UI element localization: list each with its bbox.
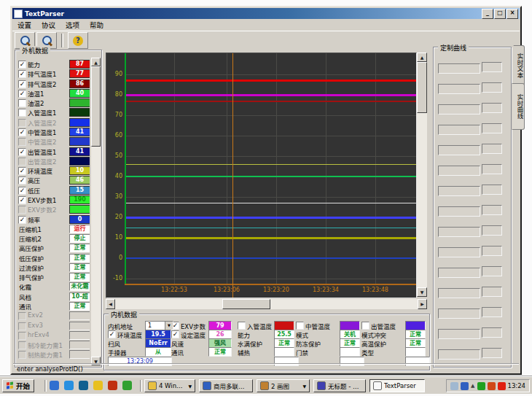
checked-checkbox[interactable]: ✓ — [18, 176, 26, 185]
media-player-icon[interactable] — [79, 381, 88, 390]
notes-icon[interactable] — [93, 381, 103, 390]
security-icon[interactable] — [108, 381, 117, 390]
custom-curve-name-input[interactable] — [438, 145, 480, 155]
custom-curve-name-input[interactable] — [438, 247, 480, 257]
checked-checkbox[interactable]: ✓ — [18, 148, 26, 156]
messenger-dove-icon[interactable] — [450, 382, 458, 390]
unchecked-checkbox[interactable] — [361, 322, 369, 330]
custom-curve-value-input[interactable] — [482, 62, 502, 72]
menu-item-0[interactable]: 设置 — [12, 20, 36, 30]
unchecked-checkbox[interactable] — [18, 322, 26, 330]
close-button[interactable]: × — [506, 9, 518, 19]
maximize-button[interactable]: □ — [494, 9, 506, 19]
scrollbar-thumb[interactable] — [222, 299, 270, 309]
custom-curve-value-input[interactable] — [482, 185, 502, 195]
checked-checkbox[interactable]: ✓ — [108, 330, 116, 338]
custom-curve-value-input[interactable] — [482, 287, 502, 297]
custom-curve-name-input[interactable] — [438, 125, 480, 135]
alert-icon[interactable] — [498, 382, 506, 390]
custom-curve-name-input[interactable] — [438, 63, 480, 74]
dropdown-arrow-icon[interactable]: ▼ — [165, 322, 173, 330]
custom-curve-value-input[interactable] — [482, 225, 502, 236]
unchecked-checkbox[interactable] — [18, 99, 26, 107]
custom-curve-name-input[interactable] — [438, 206, 480, 217]
antivirus-icon[interactable] — [477, 382, 485, 390]
unchecked-checkbox[interactable] — [18, 119, 26, 127]
help-button[interactable]: ? — [68, 32, 88, 49]
scroll-right-button[interactable]: ▶ — [418, 299, 427, 309]
custom-curve-name-input[interactable] — [438, 268, 480, 278]
scroll-up-button[interactable]: ▲ — [91, 58, 101, 66]
outlook-icon[interactable] — [64, 381, 74, 390]
custom-curve-name-input[interactable] — [438, 288, 480, 298]
unchecked-checkbox[interactable] — [18, 332, 26, 340]
checked-checkbox[interactable]: ✓ — [18, 61, 26, 69]
checked-checkbox[interactable]: ✓ — [18, 187, 26, 195]
custom-curve-name-input[interactable] — [438, 329, 480, 339]
custom-curve-value-input[interactable] — [482, 103, 502, 113]
custom-curve-value-input[interactable] — [482, 123, 502, 133]
minimize-button[interactable]: _ — [482, 9, 493, 19]
checked-checkbox[interactable]: ✓ — [18, 80, 26, 88]
scroll-down-button[interactable]: ▼ — [417, 287, 427, 297]
custom-curve-value-input[interactable] — [482, 246, 502, 256]
side-tab-0[interactable]: 实时文本 — [513, 45, 525, 86]
custom-curve-name-input[interactable] — [438, 308, 480, 319]
chart-vertical-scrollbar[interactable]: ▲ ▼ — [417, 53, 427, 297]
custom-curve-value-input[interactable] — [482, 327, 502, 338]
unchecked-checkbox[interactable] — [18, 158, 26, 166]
dropdown-arrow-icon[interactable]: ▼ — [188, 384, 192, 389]
custom-curve-name-input[interactable] — [438, 227, 480, 237]
taskbar-button-3[interactable]: 无标题 - C... — [313, 379, 366, 392]
custom-curve-value-input[interactable] — [482, 266, 502, 276]
menu-item-2[interactable]: 选项 — [60, 20, 85, 30]
custom-curve-name-input[interactable] — [438, 349, 480, 360]
checked-checkbox[interactable]: ✓ — [18, 196, 26, 204]
custom-curve-name-input[interactable] — [438, 166, 480, 176]
scroll-up-button[interactable]: ▲ — [417, 53, 427, 62]
taskbar-button-2[interactable]: 2 画图▼ — [257, 379, 310, 392]
unchecked-checkbox[interactable] — [18, 109, 26, 117]
custom-curve-value-input[interactable] — [482, 164, 502, 174]
custom-curve-name-input[interactable] — [438, 104, 480, 114]
unchecked-checkbox[interactable] — [18, 341, 26, 349]
custom-curve-value-input[interactable] — [482, 307, 502, 317]
titlebar[interactable]: TextParser _□× — [12, 8, 520, 19]
unchecked-checkbox[interactable] — [18, 138, 26, 146]
custom-curve-name-input[interactable] — [438, 186, 480, 196]
unchecked-checkbox[interactable] — [238, 322, 246, 330]
network-status-icon[interactable] — [461, 382, 469, 390]
menu-item-1[interactable]: 协议 — [36, 20, 60, 30]
unchecked-checkbox[interactable] — [18, 206, 26, 214]
checked-checkbox[interactable]: ✓ — [18, 70, 26, 78]
taskbar-button-0[interactable]: 4 Windows...▼ — [144, 379, 195, 392]
custom-curve-name-input[interactable] — [438, 84, 480, 94]
show-hidden-icons-arrow[interactable]: ▲ — [471, 383, 474, 389]
unchecked-checkbox[interactable] — [296, 322, 304, 330]
checked-checkbox[interactable]: ✓ — [18, 216, 26, 224]
menu-item-3[interactable]: 帮助 — [85, 20, 109, 30]
taskbar-button-4[interactable]: TextParser — [369, 379, 425, 392]
chart-horizontal-scrollbar[interactable]: ◀ ▶ — [106, 299, 427, 309]
messenger-icon[interactable] — [122, 381, 132, 390]
scrollbar-thumb[interactable] — [91, 66, 101, 147]
custom-curve-value-input[interactable] — [482, 144, 502, 154]
custom-curve-value-input[interactable] — [482, 82, 502, 93]
unchecked-checkbox[interactable] — [18, 351, 26, 359]
checked-checkbox[interactable]: ✓ — [18, 167, 26, 175]
outdoor-list-scrollbar[interactable]: ▲ ▼ — [91, 58, 101, 365]
scrollbar-thumb[interactable] — [417, 62, 427, 113]
custom-curve-value-input[interactable] — [482, 205, 502, 215]
scroll-left-button[interactable]: ◀ — [106, 299, 115, 309]
side-tab-1[interactable]: 实时曲线 — [512, 83, 525, 130]
unchecked-checkbox[interactable] — [18, 312, 26, 320]
custom-curve-value-input[interactable] — [482, 348, 502, 358]
start-button[interactable]: 开始 — [2, 379, 34, 392]
taskbar-button-1[interactable]: 商用多联第... — [199, 379, 253, 392]
update-icon[interactable] — [488, 382, 496, 390]
dropdown-arrow-icon[interactable]: ▼ — [302, 384, 306, 389]
internet-explorer-icon[interactable] — [50, 381, 59, 390]
checked-checkbox[interactable]: ✓ — [171, 330, 179, 338]
checked-checkbox[interactable]: ✓ — [18, 128, 26, 136]
checked-checkbox[interactable]: ✓ — [18, 90, 26, 98]
